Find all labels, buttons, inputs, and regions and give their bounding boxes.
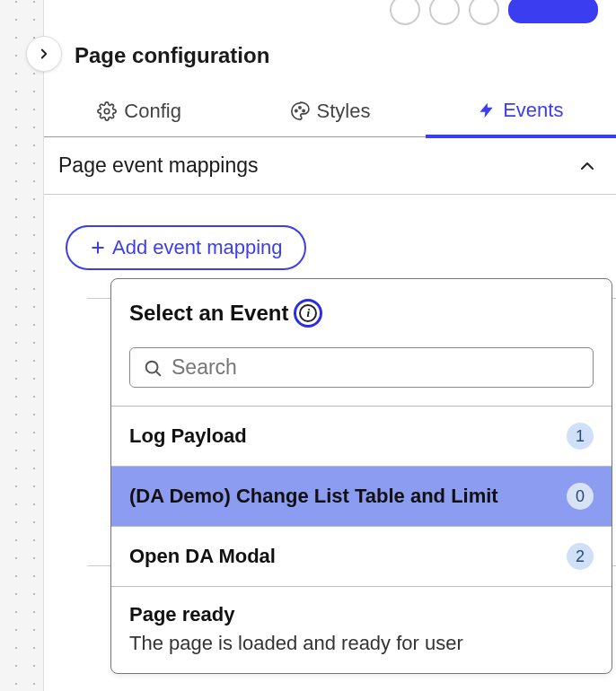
svg-point-3	[303, 109, 304, 111]
event-option-open-da-modal[interactable]: Open DA Modal 2	[111, 527, 612, 587]
svg-point-1	[295, 109, 296, 111]
top-toolbar-partial	[390, 0, 598, 25]
tab-bar: Config Styles Events	[44, 88, 616, 137]
svg-point-2	[298, 107, 300, 109]
plus-icon	[89, 239, 107, 257]
count-badge: 1	[567, 423, 594, 450]
tab-config[interactable]: Config	[44, 88, 234, 136]
svg-point-0	[105, 109, 110, 114]
count-badge: 2	[567, 543, 594, 570]
event-name: Page ready	[129, 603, 234, 626]
svg-line-7	[156, 371, 160, 374]
event-name: (DA Demo) Change List Table and Limit	[129, 485, 498, 508]
event-option-log-payload[interactable]: Log Payload 1	[111, 407, 612, 467]
tab-label: Config	[124, 100, 181, 123]
dropdown-title: Select an Event	[129, 301, 288, 326]
tab-styles[interactable]: Styles	[234, 88, 425, 136]
event-option-change-list-table[interactable]: (DA Demo) Change List Table and Limit 0	[111, 467, 612, 527]
select-event-dropdown: Select an Event i Log Payload 1 (DA Demo…	[110, 278, 612, 674]
collapse-panel-button[interactable]	[26, 36, 62, 72]
tab-label: Styles	[317, 100, 371, 123]
search-input[interactable]	[172, 355, 580, 380]
section-header-event-mappings[interactable]: Page event mappings	[44, 137, 616, 195]
search-input-wrapper[interactable]	[129, 347, 594, 388]
tab-label: Events	[503, 99, 563, 122]
tab-events[interactable]: Events	[426, 88, 616, 138]
event-name: Open DA Modal	[129, 545, 276, 568]
canvas-grid-left	[0, 0, 43, 691]
event-option-page-ready[interactable]: Page ready	[111, 587, 612, 632]
palette-icon	[290, 101, 310, 121]
section-title: Page event mappings	[58, 153, 259, 178]
info-icon[interactable]: i	[294, 299, 322, 328]
config-panel: Page configuration Config Styles Events …	[43, 0, 616, 691]
chevron-right-icon	[36, 46, 52, 62]
bolt-icon	[478, 101, 496, 119]
search-icon	[143, 358, 163, 378]
event-description: The page is loaded and ready for user	[111, 632, 612, 673]
dropdown-title-row: Select an Event i	[111, 279, 612, 333]
event-name: Log Payload	[129, 424, 247, 448]
toolbar-circle-button-1[interactable]	[390, 0, 420, 25]
toolbar-circle-button-2[interactable]	[429, 0, 460, 25]
count-badge: 0	[567, 483, 594, 510]
chevron-up-icon	[576, 155, 598, 177]
add-button-label: Add event mapping	[112, 236, 283, 259]
gear-icon	[97, 101, 117, 121]
toolbar-primary-button[interactable]	[508, 0, 598, 23]
event-list: Log Payload 1 (DA Demo) Change List Tabl…	[111, 406, 612, 673]
toolbar-circle-button-3[interactable]	[469, 0, 499, 25]
add-event-mapping-button[interactable]: Add event mapping	[66, 225, 306, 270]
